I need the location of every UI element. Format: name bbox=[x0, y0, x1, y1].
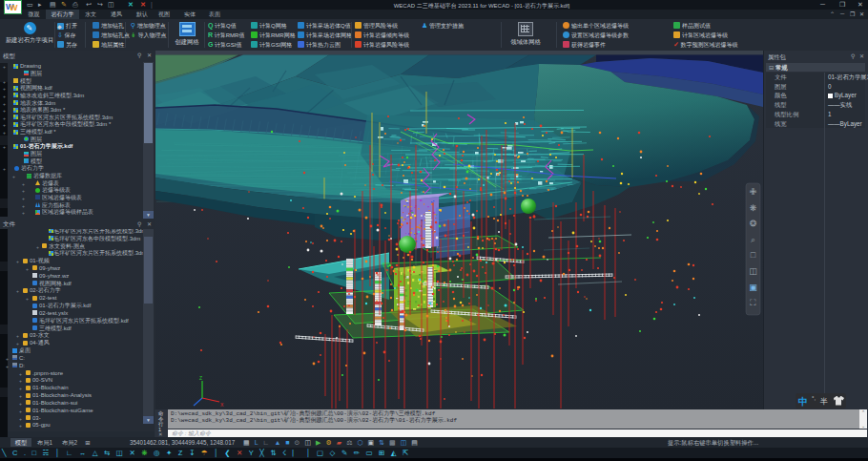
svg-text:❋: ❋ bbox=[750, 203, 757, 213]
svg-text:✙: ✙ bbox=[750, 187, 757, 197]
svg-text:◫: ◫ bbox=[749, 266, 757, 276]
svg-text:⌕: ⌕ bbox=[751, 235, 755, 244]
svg-text:Z: Z bbox=[199, 375, 202, 381]
svg-text:❂: ❂ bbox=[750, 219, 757, 228]
svg-text:⛶: ⛶ bbox=[750, 298, 755, 307]
svg-text:□: □ bbox=[751, 250, 756, 260]
svg-text:▣: ▣ bbox=[749, 283, 757, 292]
